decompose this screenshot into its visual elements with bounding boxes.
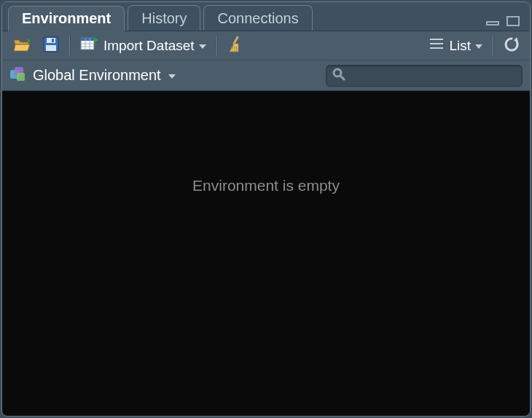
tab-strip: Environment History Connections: [2, 2, 530, 31]
svg-rect-5: [46, 45, 56, 51]
tab-environment[interactable]: Environment: [8, 6, 125, 31]
svg-line-12: [234, 37, 238, 44]
minimize-button[interactable]: [485, 15, 501, 28]
import-dataset-button[interactable]: Import Dataset: [77, 35, 209, 57]
list-icon: [429, 37, 445, 54]
grid-import-icon: [80, 36, 99, 55]
svg-rect-0: [487, 22, 498, 25]
maximize-button[interactable]: [505, 15, 521, 28]
toolbar: Import Dataset: [2, 31, 530, 60]
tab-history[interactable]: History: [128, 5, 200, 31]
environment-panel: Environment History Connections: [1, 1, 531, 417]
empty-state-message: Environment is empty: [192, 177, 340, 194]
svg-rect-7: [81, 38, 94, 41]
environment-content: Environment is empty: [2, 91, 530, 416]
floppy-disk-icon: [43, 36, 59, 55]
environment-scope-icon: [9, 66, 26, 85]
clear-button[interactable]: [224, 35, 248, 57]
chevron-down-icon: [475, 44, 482, 49]
scope-bar: Global Environment: [2, 60, 530, 91]
search-icon: [332, 68, 345, 84]
environment-scope-label: Global Environment: [33, 67, 161, 84]
toolbar-separator: [69, 36, 70, 55]
import-dataset-label: Import Dataset: [103, 38, 195, 54]
refresh-icon: [504, 36, 520, 55]
search-box[interactable]: [326, 65, 523, 87]
window-controls: [485, 15, 524, 31]
search-input[interactable]: [350, 69, 516, 82]
tab-history-label: History: [141, 10, 187, 27]
open-button[interactable]: [9, 35, 34, 57]
save-button[interactable]: [40, 35, 62, 57]
svg-line-23: [340, 76, 344, 79]
svg-rect-21: [17, 73, 25, 81]
folder-open-icon: [12, 36, 31, 55]
chevron-down-icon: [199, 44, 206, 49]
toolbar-separator: [493, 36, 493, 55]
chevron-down-icon: [168, 74, 176, 79]
tab-connections-label: Connections: [217, 10, 298, 27]
environment-scope-dropdown[interactable]: Global Environment: [9, 66, 176, 85]
broom-icon: [227, 36, 245, 56]
svg-rect-4: [52, 39, 54, 42]
tab-environment-label: Environment: [22, 10, 111, 27]
svg-rect-1: [507, 17, 519, 25]
tab-connections[interactable]: Connections: [203, 5, 312, 31]
view-mode-button[interactable]: List: [426, 35, 485, 57]
svg-rect-3: [47, 38, 55, 43]
toolbar-separator: [216, 36, 217, 55]
refresh-button[interactable]: [501, 35, 523, 57]
view-mode-label: List: [449, 38, 471, 54]
